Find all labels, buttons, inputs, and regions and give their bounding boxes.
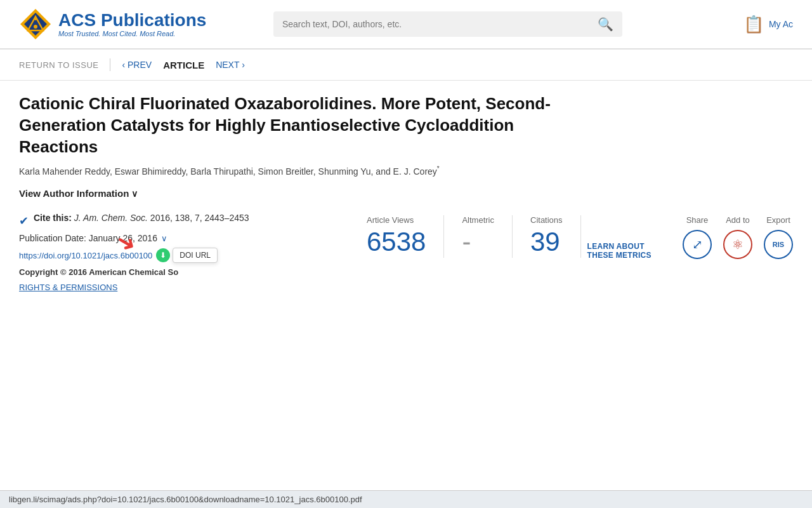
doi-tooltip: DOI URL — [173, 248, 218, 263]
next-article-link[interactable]: NEXT › — [216, 60, 245, 70]
logo-text: ACS Publications Most Trusted. Most Cite… — [58, 11, 206, 38]
altmetric-block: Altmetric - — [444, 215, 513, 258]
cite-label: Cite this: — [34, 213, 72, 223]
acs-logo-icon — [19, 8, 52, 41]
bottom-section: ✔ Cite this: J. Am. Chem. Soc. 2016, 138… — [19, 213, 793, 292]
export-col: Export RIS — [764, 215, 793, 259]
svg-point-3 — [34, 25, 37, 29]
cite-row: ✔ Cite this: J. Am. Chem. Soc. 2016, 138… — [19, 213, 324, 228]
view-author-info-label: View Author Information — [19, 188, 129, 199]
learn-metrics-area: LEARN ABOUT THESE METRICS — [581, 215, 664, 262]
header: ACS Publications Most Trusted. Most Cite… — [0, 0, 812, 50]
author-asterisk: * — [437, 165, 440, 172]
action-buttons-row: Share ⤢ Add to ⚛ Export RIS — [683, 213, 793, 259]
view-author-info-toggle[interactable]: View Author Information ∨ — [19, 188, 138, 199]
share-label: Share — [686, 215, 709, 225]
copy-icon: ⬇ — [160, 251, 166, 260]
share-icon: ⤢ — [692, 237, 703, 252]
share-button[interactable]: ⤢ — [683, 230, 712, 259]
nav-article-label: ARTICLE — [163, 60, 204, 70]
metrics-section: Article Views 6538 Altmetric - Citations… — [349, 213, 664, 262]
export-label: Export — [766, 215, 790, 225]
add-to-label: Add to — [726, 215, 750, 225]
learn-metrics-link[interactable]: LEARN ABOUT THESE METRICS — [587, 242, 664, 260]
citations-label: Citations — [530, 215, 563, 225]
add-to-button[interactable]: ⚛ — [723, 230, 752, 259]
search-input[interactable] — [282, 19, 593, 29]
my-account-label: My Ac — [769, 19, 793, 29]
chevron-down-icon: ∨ — [131, 189, 138, 199]
prev-article-link[interactable]: ‹ PREV — [122, 60, 152, 70]
logo-area: ACS Publications Most Trusted. Most Cite… — [19, 8, 206, 41]
logo-title: ACS Publications — [58, 11, 206, 30]
add-to-col: Add to ⚛ — [723, 215, 752, 259]
citations-block: Citations 39 — [513, 215, 581, 258]
altmetric-label: Altmetric — [462, 215, 494, 225]
doi-tooltip-text: DOI URL — [180, 251, 211, 260]
cite-content: Cite this: J. Am. Chem. Soc. 2016, 138, … — [34, 213, 249, 223]
cite-check-icon: ✔ — [19, 214, 29, 228]
article-views-value: 6538 — [367, 229, 426, 255]
rights-permissions-link[interactable]: RIGHTS & PERMISSIONS — [19, 283, 117, 292]
share-col: Share ⤢ — [683, 215, 712, 259]
copyright-text: Copyright © 2016 American Chemical So — [19, 267, 178, 277]
article-title: Cationic Chiral Fluorinated Oxazaborolid… — [19, 93, 590, 157]
doi-link[interactable]: https://doi.org/10.1021/jacs.6b00100 — [19, 251, 152, 260]
logo-subtitle: Most Trusted. Most Cited. Most Read. — [58, 30, 206, 37]
copyright-row: Copyright © 2016 American Chemical So — [19, 267, 324, 277]
search-icon: 🔍 — [598, 17, 613, 31]
svg-point-4 — [34, 18, 37, 20]
arrow-container: ➜ ⬇ DOI URL — [155, 248, 170, 262]
nav-divider — [110, 58, 110, 71]
authors-text: Karla Mahender Reddy, Eswar Bhimireddy, … — [19, 166, 437, 177]
mendeley-icon: ⚛ — [732, 237, 743, 252]
doi-row: https://doi.org/10.1021/jacs.6b00100 ➜ ⬇… — [19, 248, 324, 262]
search-area: 🔍 — [273, 11, 622, 37]
altmetric-value: - — [462, 229, 471, 255]
article-authors: Karla Mahender Reddy, Eswar Bhimireddy, … — [19, 165, 590, 177]
export-button[interactable]: RIS — [764, 230, 793, 259]
nav-bar: RETURN TO ISSUE ‹ PREV ARTICLE NEXT › — [0, 50, 812, 81]
my-account-area[interactable]: 📋 My Ac — [743, 15, 793, 34]
search-bar: 🔍 — [273, 11, 622, 37]
search-button[interactable]: 🔍 — [593, 17, 613, 32]
export-value: RIS — [773, 241, 784, 248]
article-views-label: Article Views — [367, 215, 414, 225]
cite-journal: J. Am. Chem. Soc. — [74, 213, 148, 223]
return-to-issue-link[interactable]: RETURN TO ISSUE — [19, 60, 98, 70]
pub-date-row: Publication Date: January 26, 2016 ∨ — [19, 233, 324, 243]
doi-copy-button[interactable]: ⬇ — [156, 248, 170, 262]
pub-date-chevron-icon[interactable]: ∨ — [161, 234, 167, 243]
account-icon: 📋 — [743, 15, 764, 34]
citations-value: 39 — [530, 229, 560, 255]
main-content: Cationic Chiral Fluorinated Oxazaborolid… — [0, 81, 812, 305]
article-views-block: Article Views 6538 — [349, 215, 444, 258]
cite-section: ✔ Cite this: J. Am. Chem. Soc. 2016, 138… — [19, 213, 324, 292]
cite-details: 2016, 138, 7, 2443–2453 — [150, 213, 249, 223]
